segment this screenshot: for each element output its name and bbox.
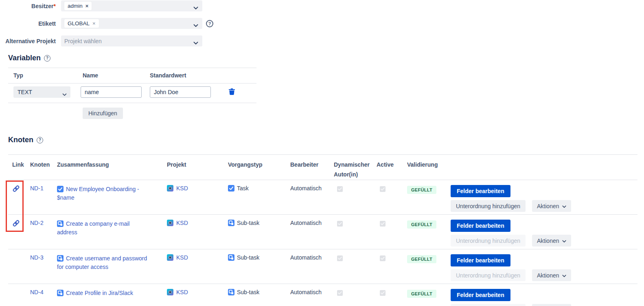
active-checkbox [380, 290, 386, 296]
besitzer-select[interactable]: admin × [61, 0, 202, 11]
col-header-zusammenfassung: Zusammenfassung [57, 160, 167, 180]
active-checkbox [380, 186, 386, 192]
add-variable-button[interactable]: Hinzufügen [83, 108, 123, 119]
dynamic-author-checkbox [337, 290, 343, 296]
chevron-down-icon [562, 203, 566, 209]
chip-remove-icon[interactable]: × [85, 3, 89, 9]
col-header-typ: Typ [8, 72, 81, 79]
subtask-icon [57, 290, 64, 296]
variablen-title: Variablen ? [8, 54, 644, 62]
etikett-select[interactable]: GLOBAL × [61, 18, 202, 29]
summary-link[interactable]: Create a company e-mail address [57, 220, 129, 236]
table-row-nd3: ND-3 Create username and password for co… [8, 249, 637, 284]
actions-dropdown-button[interactable]: Aktionen [532, 200, 571, 212]
actions-dropdown-button[interactable]: Aktionen [532, 269, 571, 281]
bearbeiter-value: Automatisch [290, 183, 334, 214]
required-marker: * [54, 3, 56, 9]
node-key-link[interactable]: ND-3 [30, 254, 44, 261]
active-checkbox [380, 221, 386, 227]
knoten-table: Link Knoten Zusammenfassung Projekt Vorg… [8, 154, 637, 306]
issue-type-label: Sub-task [237, 220, 259, 226]
issue-type-label: Task [237, 185, 249, 192]
edit-fields-button[interactable]: Felder bearbeiten [451, 254, 510, 266]
actions-label: Aktionen [537, 272, 559, 279]
add-subtask-button[interactable]: Unterordnung hinzufügen [451, 200, 526, 212]
knoten-title-text: Knoten [8, 136, 33, 144]
edit-fields-button[interactable]: Felder bearbeiten [451, 220, 510, 232]
variable-default-input[interactable] [150, 86, 211, 98]
variablen-footer: Hinzufügen [8, 103, 256, 119]
link-icon[interactable] [12, 222, 20, 228]
subtask-icon [57, 220, 64, 227]
bearbeiter-value: Automatisch [290, 253, 334, 284]
add-subtask-button-disabled: Unterordnung hinzufügen [451, 304, 526, 306]
chip-remove-icon[interactable]: × [92, 20, 96, 26]
alternative-projekt-select[interactable]: Projekt wählen [61, 35, 202, 46]
workflow-settings-form: Besitzer* admin × Etikett GLOBAL × ? Alt… [0, 0, 644, 46]
actions-dropdown-button[interactable]: Aktionen [532, 304, 571, 306]
col-header-name: Name [81, 72, 150, 79]
help-icon[interactable]: ? [206, 20, 213, 27]
col-header-standardwert: Standardwert [150, 72, 220, 79]
knoten-title: Knoten ? [8, 136, 644, 144]
issue-type-label: Sub-task [237, 289, 259, 295]
form-row-etikett: Etikett GLOBAL × ? [0, 18, 644, 29]
edit-fields-button[interactable]: Felder bearbeiten [451, 185, 510, 197]
typ-select-value: TEXT [18, 89, 32, 95]
subtask-icon [228, 220, 234, 226]
edit-fields-button[interactable]: Felder bearbeiten [451, 289, 510, 301]
table-row-nd2: ND-2 Create a company e-mail address KSD… [8, 215, 637, 249]
issue-type-label: Sub-task [237, 254, 259, 261]
add-subtask-button-disabled: Unterordnung hinzufügen [451, 269, 526, 281]
project-link[interactable]: KSD [176, 185, 188, 192]
status-badge: GEFÜLLT [407, 255, 436, 263]
alternative-projekt-label: Alternative Projekt [0, 38, 61, 44]
help-icon[interactable]: ? [44, 55, 50, 62]
subtask-icon [57, 255, 64, 262]
chevron-down-icon [562, 238, 566, 244]
chevron-down-icon [193, 4, 198, 11]
status-badge: GEFÜLLT [407, 290, 436, 298]
variable-name-input[interactable] [81, 86, 142, 98]
col-header-bearbeiter: Bearbeiter [290, 160, 334, 180]
typ-select[interactable]: TEXT [13, 86, 70, 98]
help-icon[interactable]: ? [37, 137, 43, 143]
summary-link[interactable]: New Employee Onboarding - $name [57, 186, 139, 201]
select-placeholder: Projekt wählen [64, 38, 102, 44]
besitzer-label: Besitzer* [0, 3, 61, 9]
col-header-projekt: Projekt [167, 160, 228, 180]
variablen-table: Typ Name Standardwert TEXT [8, 68, 256, 119]
project-avatar-icon [167, 254, 173, 261]
bearbeiter-value: Automatisch [290, 287, 334, 306]
dynamic-author-checkbox [337, 255, 343, 261]
bearbeiter-value: Automatisch [290, 218, 334, 249]
chevron-down-icon [62, 91, 67, 97]
actions-label: Aktionen [537, 238, 559, 244]
project-link[interactable]: KSD [176, 220, 188, 226]
project-avatar-icon [167, 289, 173, 295]
node-key-link[interactable]: ND-2 [30, 220, 44, 226]
node-key-link[interactable]: ND-4 [30, 289, 44, 295]
besitzer-chip-admin: admin × [64, 2, 92, 10]
project-link[interactable]: KSD [176, 254, 188, 261]
chevron-down-icon [193, 40, 198, 46]
node-key-link[interactable]: ND-1 [30, 185, 44, 192]
actions-dropdown-button[interactable]: Aktionen [532, 235, 571, 247]
knoten-header-row: Link Knoten Zusammenfassung Projekt Vorg… [8, 155, 637, 180]
project-avatar-icon [167, 185, 173, 192]
task-icon [57, 186, 64, 192]
project-link[interactable]: KSD [176, 289, 188, 295]
task-icon [228, 185, 234, 192]
dynamic-author-checkbox [337, 186, 343, 192]
besitzer-label-text: Besitzer [31, 3, 53, 9]
col-header-validierung: Validierung [407, 160, 451, 180]
status-badge: GEFÜLLT [407, 186, 436, 194]
summary-link[interactable]: Create username and password for compute… [57, 255, 147, 270]
summary-link[interactable]: Create Profile in Jira/Slack [66, 290, 133, 296]
chevron-down-icon [562, 272, 566, 279]
chip-label: GLOBAL [68, 20, 90, 26]
dynamic-author-checkbox [337, 221, 343, 227]
delete-variable-button[interactable] [229, 88, 235, 96]
link-icon[interactable] [12, 187, 20, 194]
table-row-nd4: ND-4 Create Profile in Jira/Slack KSD Su… [8, 284, 637, 306]
